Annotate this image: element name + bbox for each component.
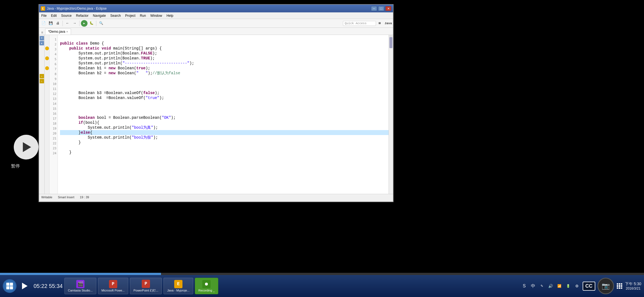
code-line-4: System.out.println(Boolean.FALSE); — [60, 51, 389, 56]
toolbar-debug[interactable]: 🐛 — [88, 20, 95, 27]
sidebar-icon-2[interactable]: ◈ — [40, 41, 44, 45]
taskbar-play-button[interactable] — [19, 280, 30, 292]
camera-button[interactable]: 📷 — [597, 278, 614, 294]
system-tray: S 中 ✎ 🔊 📶 🔋 ⚙ CC 📷 下午 5:30 2016/3/21 — [521, 278, 641, 294]
video-progress-bar — [0, 273, 161, 275]
breakpoint-2 — [45, 56, 49, 60]
cc-button[interactable]: CC — [583, 282, 595, 291]
menu-refactor[interactable]: Refactor — [74, 12, 91, 19]
eclipse-window: E Java - Myproject/src/Demo.java - Eclip… — [39, 4, 394, 202]
menu-source[interactable]: Source — [59, 12, 74, 19]
toolbar-separator-1 — [62, 21, 63, 26]
code-line-21: System.out.println("bool为假"); — [60, 135, 389, 140]
input-method-icon[interactable]: S — [521, 283, 528, 289]
date-text: 2016/3/21 — [625, 287, 641, 290]
code-line-6: System.out.println("--------------------… — [60, 61, 389, 66]
taskbar-play-icon — [22, 283, 28, 289]
line-numbers: 1 2 3 4 5 6 7 8 9 10 11 12 13 14 15 16 1… — [50, 35, 58, 194]
menu-search[interactable]: Search — [108, 12, 123, 19]
code-line-24: } — [60, 150, 389, 155]
toolbar-new[interactable]: 📄 — [40, 20, 47, 27]
code-line-12: Boolean b3 =Boolean.valueOf(false); — [60, 90, 389, 95]
powerpoint1-icon: P — [109, 280, 117, 288]
windows-logo-icon — [6, 283, 13, 289]
sidebar-icon-1[interactable]: ≡ — [40, 36, 44, 40]
minimize-button[interactable]: ─ — [371, 6, 377, 11]
toolbar-back[interactable]: ← — [64, 20, 71, 27]
recording-label: Recording _ — [198, 289, 215, 292]
close-button[interactable]: ✕ — [385, 6, 391, 11]
code-line-18: if(bool){ — [60, 120, 389, 125]
writable-status: Writable — [41, 196, 52, 199]
breakpoint-gutter — [45, 35, 50, 194]
menu-run[interactable]: Run — [138, 12, 148, 19]
taskbar-app-recording[interactable]: ⏺ Recording _ — [195, 278, 218, 294]
sidebar-icon-4[interactable]: ⚠ — [40, 79, 44, 83]
toolbar-forward[interactable]: → — [71, 20, 78, 27]
pause-label: 暂停 — [8, 162, 23, 170]
play-icon — [23, 142, 31, 152]
keyboard-icon[interactable]: ✎ — [539, 283, 545, 289]
menu-navigate[interactable]: Navigate — [91, 12, 108, 19]
menu-project[interactable]: Project — [123, 12, 138, 19]
settings-icon[interactable]: ⚙ — [574, 283, 580, 289]
right-black-panel — [394, 0, 644, 209]
code-line-11 — [60, 86, 389, 90]
code-line-8: Boolean b2 = new Boolean(" ");//默认为false — [60, 71, 389, 76]
taskbar-app-mspowerpoint2[interactable]: P PowerPoint 幻灯... — [130, 278, 162, 294]
tab-close-icon[interactable]: × — [66, 30, 68, 33]
menu-help[interactable]: Help — [164, 12, 176, 19]
toolbar-save[interactable]: 💾 — [47, 20, 54, 27]
code-line-13: Boolean b4 =Boolean.valueOf("true"); — [60, 95, 389, 100]
code-line-19: System.out.println("bool为真"); — [60, 125, 389, 130]
bottom-black-panel — [0, 209, 644, 215]
toolbar-print[interactable]: 🖨 — [54, 20, 61, 27]
menu-file[interactable]: File — [39, 12, 49, 19]
video-progress-area[interactable] — [0, 273, 644, 275]
play-button[interactable] — [14, 135, 39, 160]
code-line-7: Boolean b1 = new Boolean(true); — [60, 66, 389, 71]
code-line-17: boolean bool = Boolean.parseBoolean("OK"… — [60, 115, 389, 120]
menu-window[interactable]: Window — [148, 12, 164, 19]
taskbar-app-eclipse[interactable]: E Java - Myproje... — [163, 278, 193, 294]
title-bar: E Java - Myproject/src/Demo.java - Eclip… — [39, 5, 393, 12]
maximize-button[interactable]: □ — [378, 6, 384, 11]
toolbar-search[interactable]: 🔍 — [98, 20, 104, 27]
right-scrollbar[interactable] — [389, 35, 393, 194]
chinese-input-icon[interactable]: 中 — [530, 283, 536, 289]
grid-settings-button[interactable] — [616, 283, 623, 289]
clock-display[interactable]: 下午 5:30 2016/3/21 — [625, 282, 641, 290]
volume-icon[interactable]: 🔊 — [547, 283, 554, 289]
breakpoint-3 — [45, 66, 49, 70]
powerpoint1-label: Microsoft Powe... — [102, 289, 125, 292]
code-line-22: } — [60, 140, 389, 145]
sidebar-icon-3[interactable]: ⚠ — [40, 74, 44, 78]
status-bar: Writable Smart Insert 19 : 39 — [39, 194, 393, 200]
toolbar-layout[interactable]: ⊞ — [376, 20, 383, 27]
recording-icon: ⏺ — [202, 280, 211, 288]
taskbar-app-camtasia[interactable]: 🎬 Camtasia Studio... — [64, 278, 96, 294]
run-button[interactable]: ▶ — [81, 20, 88, 27]
total-time: 55:34 — [49, 283, 63, 289]
taskbar: 05:22 55:34 🎬 Camtasia Studio... P Micro… — [0, 275, 644, 297]
toolbar-separator-2 — [79, 21, 80, 26]
powerpoint2-icon: P — [142, 280, 150, 288]
start-button[interactable] — [3, 279, 17, 293]
taskbar-app-mspowerpoint1[interactable]: P Microsoft Powe... — [98, 278, 128, 294]
video-time-display: 05:22 55:34 — [34, 283, 63, 289]
network-icon[interactable]: 📶 — [556, 283, 563, 289]
camera-icon: 📷 — [602, 282, 610, 290]
position-status: 19 : 39 — [80, 196, 89, 199]
menu-edit[interactable]: Edit — [49, 12, 59, 19]
tab-label: *Demo.java — [48, 30, 65, 34]
code-editor[interactable]: public class Demo { public static void m… — [58, 35, 389, 194]
content-area: ≡ ◈ ⚠ ⚠ 1 2 3 4 5 6 7 8 9 10 — [39, 35, 393, 194]
demo-java-tab[interactable]: *Demo.java × — [45, 29, 71, 35]
window-title: Java - Myproject/src/Demo.java - Eclipse — [47, 7, 371, 10]
quick-access-input[interactable]: Quick Access — [343, 21, 376, 26]
code-line-14 — [60, 100, 389, 105]
java-perspective-label: Java — [385, 22, 392, 25]
window-controls: ─ □ ✕ — [371, 6, 391, 11]
battery-icon[interactable]: 🔋 — [565, 283, 572, 289]
code-line-1 — [60, 36, 389, 41]
